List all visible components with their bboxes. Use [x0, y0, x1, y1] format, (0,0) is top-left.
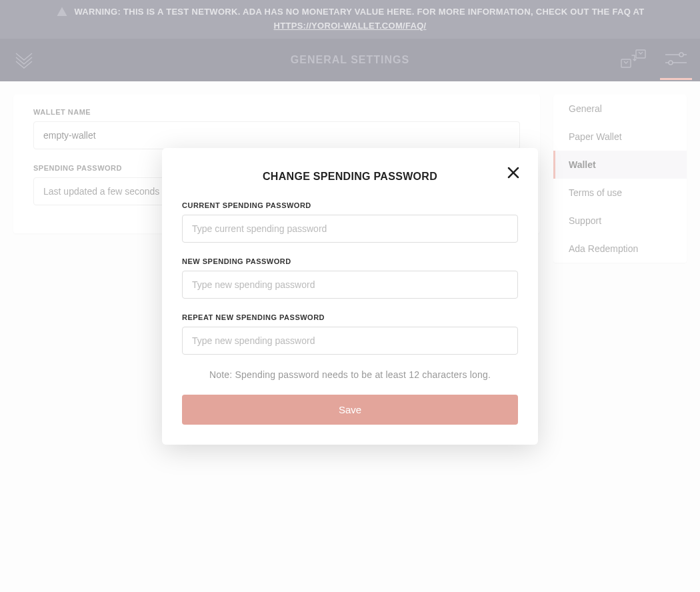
- repeat-password-input[interactable]: [182, 327, 518, 355]
- current-password-label: CURRENT SPENDING PASSWORD: [182, 201, 518, 209]
- modal-backdrop[interactable]: CHANGE SPENDING PASSWORD CURRENT SPENDIN…: [0, 0, 700, 592]
- save-button[interactable]: Save: [182, 395, 518, 425]
- change-password-modal: CHANGE SPENDING PASSWORD CURRENT SPENDIN…: [162, 148, 538, 445]
- close-icon[interactable]: [506, 165, 521, 180]
- repeat-password-label: REPEAT NEW SPENDING PASSWORD: [182, 313, 518, 321]
- new-password-input[interactable]: [182, 271, 518, 299]
- password-length-note: Note: Spending password needs to be at l…: [182, 369, 518, 380]
- modal-title: CHANGE SPENDING PASSWORD: [182, 171, 518, 183]
- current-password-input[interactable]: [182, 215, 518, 243]
- new-password-label: NEW SPENDING PASSWORD: [182, 257, 518, 265]
